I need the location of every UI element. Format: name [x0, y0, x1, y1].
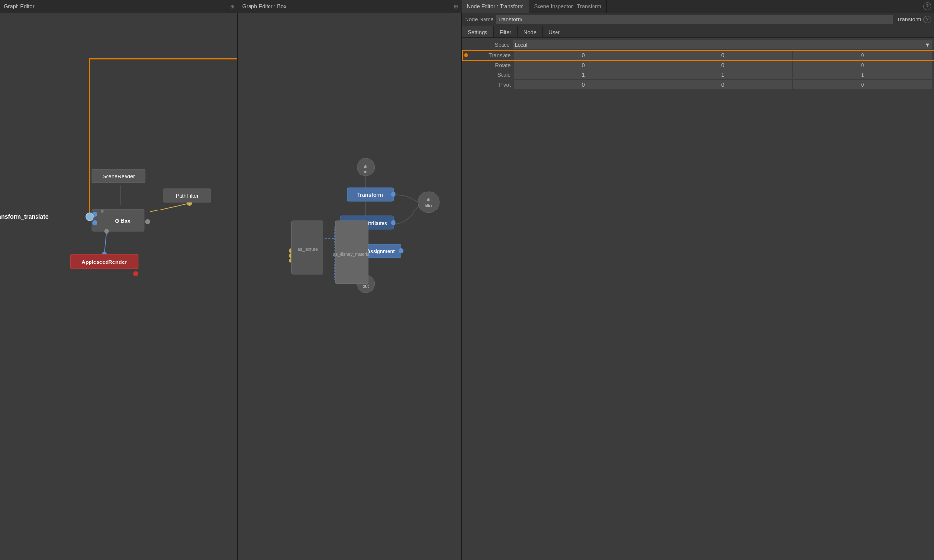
- port-box-add2: [145, 219, 150, 224]
- node-transform-label: Transform: [357, 192, 383, 198]
- panel1-grid-icon[interactable]: ⊞: [230, 4, 234, 9]
- scale-label: Scale: [470, 72, 514, 78]
- tab-node-editor-transform[interactable]: Node Editor : Transform: [462, 0, 529, 13]
- rotate-inputs: [514, 61, 932, 70]
- properties-area: Space Local ▼ Translate Rotate: [462, 38, 934, 91]
- node-filter-icon: ⊕: [427, 197, 431, 202]
- tab-user[interactable]: User: [543, 26, 566, 37]
- tab-settings[interactable]: Settings: [462, 26, 494, 37]
- scale-y-input[interactable]: [653, 70, 792, 79]
- port-appleseedrender-out: [133, 271, 138, 276]
- graph-panel-left: SceneReader PathFilter ⊙ Box in transfor…: [0, 13, 238, 560]
- conn-pathfilter-box: [150, 203, 190, 212]
- pivot-y-input[interactable]: [653, 80, 792, 89]
- translate-label: Translate: [470, 52, 514, 58]
- port-customattributes-out: [391, 220, 396, 225]
- prop-row-translate: Translate: [462, 51, 934, 60]
- graph-panel-mid: ⊕ in Transform ⊕ filter CustomAttributes…: [238, 13, 462, 560]
- port-shaderassignment-out: [399, 248, 404, 253]
- translate-dot: [464, 53, 468, 57]
- node-box-label: ⊙ Box: [115, 218, 131, 224]
- panel1-title: Graph Editor: [4, 3, 34, 9]
- graph-canvas-left: SceneReader PathFilter ⊙ Box in transfor…: [0, 13, 237, 560]
- node-as-texture-label: as_texture: [297, 247, 318, 252]
- panel-header-graph-editor: Graph Editor ⊞: [0, 0, 238, 13]
- pivot-label: Pivot: [470, 82, 514, 88]
- node-type-label: Transform: [897, 17, 921, 22]
- help-icon[interactable]: ?: [923, 2, 931, 10]
- node-box-in-label: in: [101, 209, 104, 214]
- rotate-x-input[interactable]: [514, 61, 653, 70]
- space-dropdown-arrow: ▼: [925, 42, 930, 48]
- translate-x-input[interactable]: [514, 51, 653, 60]
- node-as-disney-label: as_disney_material: [333, 252, 370, 257]
- prop-row-rotate: Rotate: [462, 60, 934, 70]
- node-in-label: in: [364, 169, 367, 174]
- top-bar: Graph Editor ⊞ Graph Editor : Box ⊞ Node…: [0, 0, 934, 13]
- prop-row-pivot: Pivot: [462, 80, 934, 89]
- panel-header-node-editor: Node Editor : Transform Scene Inspector …: [462, 0, 934, 13]
- tabs-row: Settings Filter Node User: [462, 26, 934, 38]
- space-value: Local: [515, 42, 527, 48]
- conn-custom-filter: [393, 204, 423, 224]
- space-dropdown[interactable]: Local ▼: [513, 40, 932, 49]
- panel2-grid-icon[interactable]: ⊞: [454, 4, 458, 9]
- translate-y-input[interactable]: [653, 51, 792, 60]
- node-name-label: Node Name: [465, 17, 494, 22]
- scale-z-input[interactable]: [793, 70, 932, 79]
- node-filter-label: filter: [425, 203, 433, 208]
- node-pathfilter-label: PathFilter: [176, 193, 198, 199]
- tab-node[interactable]: Node: [518, 26, 542, 37]
- node-scenereader-label: SceneReader: [103, 174, 135, 179]
- translate-z-input[interactable]: [793, 51, 932, 60]
- space-row: Space Local ▼: [462, 40, 934, 50]
- pivot-z-input[interactable]: [793, 80, 932, 89]
- transform-translate-port[interactable]: [86, 213, 93, 221]
- node-out-label: out: [363, 284, 369, 289]
- node-help-icon[interactable]: ?: [923, 16, 931, 23]
- pivot-inputs: [514, 80, 932, 89]
- space-label: Space: [464, 42, 513, 48]
- rotate-label: Rotate: [470, 62, 514, 68]
- scale-inputs: [514, 70, 932, 79]
- tab-scene-inspector-transform[interactable]: Scene Inspector : Transform: [529, 0, 607, 13]
- node-appleseedrender-label: AppleseedRender: [82, 259, 127, 265]
- transform-translate-label: transform_translate: [0, 213, 49, 220]
- prop-row-scale: Scale: [462, 70, 934, 80]
- rotate-y-input[interactable]: [653, 61, 792, 70]
- port-box-add1: [104, 229, 109, 234]
- main-content: SceneReader PathFilter ⊙ Box in transfor…: [0, 13, 934, 560]
- port-transform-out: [391, 192, 396, 197]
- node-in-icon: ⊕: [364, 164, 368, 169]
- tab-filter[interactable]: Filter: [494, 26, 518, 37]
- scale-x-input[interactable]: [514, 70, 653, 79]
- graph-canvas-mid: ⊕ in Transform ⊕ filter CustomAttributes…: [238, 13, 461, 560]
- panel-header-graph-editor-box: Graph Editor : Box ⊞: [238, 0, 462, 13]
- port-box-in2: [92, 220, 97, 225]
- node-name-input[interactable]: [496, 15, 894, 24]
- node-editor-header: Node Name Transform ?: [462, 13, 934, 26]
- panel2-title: Graph Editor : Box: [242, 3, 287, 9]
- rotate-z-input[interactable]: [793, 61, 932, 70]
- pivot-x-input[interactable]: [514, 80, 653, 89]
- node-editor-panel: Node Name Transform ? Settings Filter No…: [462, 13, 934, 560]
- translate-inputs: [514, 51, 932, 60]
